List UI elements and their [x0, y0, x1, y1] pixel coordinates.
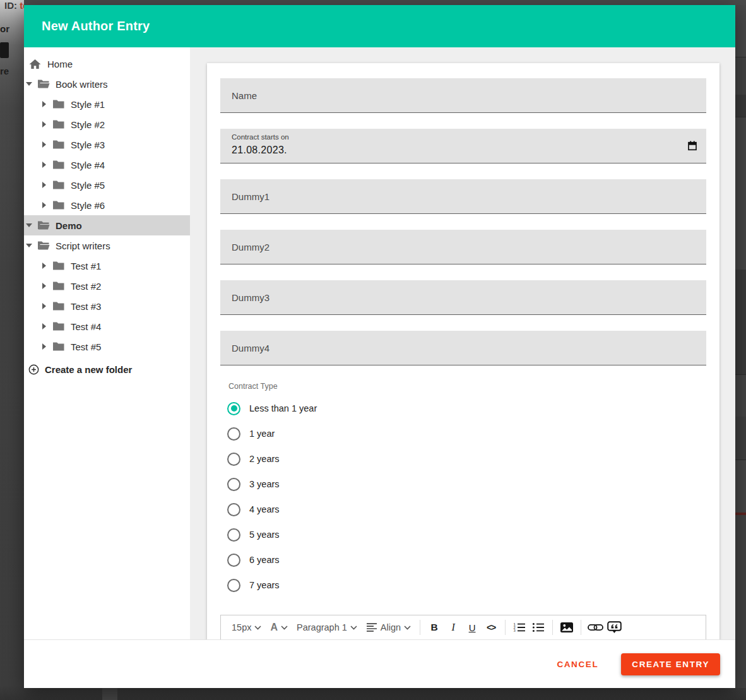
- dummy1-placeholder: Dummy1: [232, 191, 269, 202]
- sidebar-item-book-writers[interactable]: Book writers: [24, 74, 190, 94]
- folder-tree: Book writers Style #1 Style #2 Style #3 …: [24, 74, 190, 357]
- entry-form-card: Name Contract starts on 21.08.2023.: [207, 63, 719, 639]
- cancel-button[interactable]: CANCEL: [553, 655, 602, 674]
- svg-text:3: 3: [514, 629, 516, 632]
- bullet-list-button[interactable]: [529, 618, 548, 637]
- caret-icon[interactable]: [40, 262, 48, 270]
- radio-option-7-years[interactable]: 7 years: [220, 572, 706, 598]
- contract-type-label: Contract Type: [228, 382, 706, 391]
- folder-icon: [52, 119, 65, 129]
- create-entry-button[interactable]: CREATE ENTRY: [621, 653, 720, 675]
- dummy3-field[interactable]: Dummy3: [220, 280, 706, 315]
- sidebar-item-style-4[interactable]: Style #4: [24, 155, 190, 175]
- ordered-list-button[interactable]: 123: [510, 618, 529, 637]
- radio-icon[interactable]: [227, 427, 240, 441]
- radio-option-2-years[interactable]: 2 years: [220, 446, 706, 472]
- folder-icon: [52, 99, 65, 109]
- bold-button[interactable]: B: [425, 618, 444, 637]
- caret-icon[interactable]: [40, 141, 48, 148]
- caret-icon[interactable]: [40, 181, 48, 189]
- sidebar-item-script-writers[interactable]: Script writers: [24, 235, 190, 256]
- backdrop-dark-block: [0, 42, 9, 58]
- radio-icon[interactable]: [227, 402, 240, 415]
- radio-icon[interactable]: [227, 453, 240, 466]
- folder-icon: [52, 200, 65, 210]
- caret-icon[interactable]: [25, 242, 33, 249]
- caret-icon[interactable]: [40, 161, 48, 169]
- sidebar-item-test-5[interactable]: Test #5: [24, 336, 190, 357]
- folder-open-icon: [37, 240, 50, 251]
- dialog-header: New Author Entry: [24, 5, 735, 47]
- radio-option-less-than-1-year[interactable]: Less than 1 year: [220, 396, 706, 421]
- blockquote-button[interactable]: [605, 618, 624, 637]
- backdrop-bottom-strip: [24, 688, 746, 700]
- radio-icon[interactable]: [227, 554, 240, 567]
- folder-icon: [52, 160, 65, 170]
- backdrop-lite-box: [102, 688, 117, 700]
- entry-form-panel: Name Contract starts on 21.08.2023.: [190, 47, 735, 639]
- paragraph-style-dropdown[interactable]: Paragraph 1: [292, 622, 362, 632]
- contract-starts-on-value: 21.08.2023.: [232, 145, 287, 156]
- dummy1-field[interactable]: Dummy1: [220, 179, 706, 214]
- sidebar-item-style-2[interactable]: Style #2: [24, 114, 190, 134]
- radio-option-4-years[interactable]: 4 years: [220, 497, 706, 522]
- radio-option-1-year[interactable]: 1 year: [220, 421, 706, 446]
- insert-image-button[interactable]: [557, 618, 576, 637]
- underline-button[interactable]: U: [463, 618, 482, 637]
- folder-open-icon: [37, 220, 50, 230]
- radio-option-3-years[interactable]: 3 years: [220, 472, 706, 497]
- folder-icon: [52, 301, 65, 311]
- sidebar-item-demo[interactable]: Demo: [24, 215, 190, 235]
- folder-icon: [52, 321, 65, 331]
- caret-icon[interactable]: [40, 100, 48, 108]
- radio-icon[interactable]: [227, 579, 240, 592]
- caret-icon[interactable]: [40, 323, 48, 330]
- chevron-down-icon: [281, 626, 288, 630]
- font-color-dropdown[interactable]: A: [266, 622, 292, 633]
- sidebar-item-style-5[interactable]: Style #5: [24, 175, 190, 195]
- folder-icon: [52, 180, 65, 190]
- contract-starts-on-field[interactable]: Contract starts on 21.08.2023.: [220, 129, 706, 163]
- dummy2-field[interactable]: Dummy2: [220, 230, 706, 264]
- dummy3-placeholder: Dummy3: [232, 292, 269, 303]
- sidebar-item-test-4[interactable]: Test #4: [24, 316, 190, 336]
- sidebar-item-home[interactable]: Home: [24, 54, 190, 74]
- calendar-picker-icon[interactable]: [687, 141, 697, 151]
- caret-icon[interactable]: [25, 222, 33, 229]
- sidebar-item-style-3[interactable]: Style #3: [24, 134, 190, 155]
- sidebar-item-test-3[interactable]: Test #3: [24, 296, 190, 316]
- align-left-icon: [366, 622, 377, 632]
- name-field-placeholder: Name: [232, 90, 257, 101]
- radio-icon[interactable]: [227, 503, 240, 516]
- align-dropdown[interactable]: Align: [362, 622, 415, 632]
- folder-tree-sidebar: Home Book writers Style #1 Style #2 Styl…: [24, 47, 190, 639]
- radio-icon[interactable]: [227, 478, 240, 491]
- sidebar-item-test-1[interactable]: Test #1: [24, 256, 190, 276]
- create-folder-button[interactable]: Create a new folder: [24, 359, 190, 379]
- font-size-dropdown[interactable]: 15px: [230, 622, 266, 632]
- caret-icon[interactable]: [40, 343, 48, 350]
- new-author-entry-dialog: New Author Entry Home Book writers Style…: [24, 5, 735, 688]
- radio-option-6-years[interactable]: 6 years: [220, 547, 706, 572]
- sidebar-item-style-6[interactable]: Style #6: [24, 195, 190, 215]
- radio-icon[interactable]: [227, 528, 240, 542]
- folder-icon: [52, 281, 65, 291]
- caret-icon[interactable]: [40, 302, 48, 310]
- chevron-down-icon: [254, 626, 261, 630]
- caret-icon[interactable]: [40, 201, 48, 209]
- sidebar-item-style-1[interactable]: Style #1: [24, 94, 190, 114]
- name-field[interactable]: Name: [220, 78, 706, 113]
- caret-icon[interactable]: [40, 282, 48, 290]
- code-button[interactable]: <>: [482, 618, 500, 637]
- dummy4-field[interactable]: Dummy4: [220, 331, 706, 365]
- sidebar-item-test-2[interactable]: Test #2: [24, 276, 190, 296]
- caret-icon[interactable]: [25, 80, 33, 88]
- home-icon: [29, 59, 41, 69]
- folder-icon: [52, 261, 65, 271]
- rich-text-editor[interactable]: 15px A Paragraph 1 A: [220, 615, 706, 639]
- caret-icon[interactable]: [40, 121, 48, 128]
- radio-option-5-years[interactable]: 5 years: [220, 522, 706, 547]
- italic-button[interactable]: I: [444, 618, 463, 637]
- insert-link-button[interactable]: [586, 618, 605, 637]
- backdrop-top-strip: [24, 0, 746, 5]
